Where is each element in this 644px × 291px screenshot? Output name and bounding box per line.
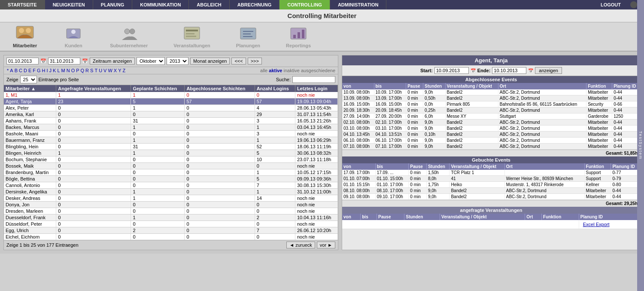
alpha-c[interactable]: C (18, 68, 23, 73)
table-row[interactable]: Dersinske, Angelika 0 1 0 1 31.10.12 11:… (4, 189, 338, 195)
status-excluded[interactable]: ausgeschiedene (301, 68, 335, 73)
alpha-d[interactable]: D (23, 68, 27, 73)
table-row[interactable]: Backes, Marcus 0 1 0 1 03.04.13 16:45h (4, 124, 338, 131)
alpha-z[interactable]: Z (122, 68, 126, 73)
search-input[interactable] (292, 76, 335, 83)
nav-startseite[interactable]: STARTSEITE (0, 0, 45, 9)
alpha-f[interactable]: F (32, 68, 36, 73)
alpha-b[interactable]: B (14, 68, 18, 73)
alpha-p[interactable]: P (76, 68, 79, 73)
cell-logins: 10 (255, 156, 295, 163)
alpha-x[interactable]: X (113, 68, 117, 73)
alpha-i[interactable]: I (46, 68, 48, 73)
alpha-w[interactable]: W (107, 68, 112, 73)
calendar-from-icon[interactable]: 📅 (40, 58, 46, 64)
next-page-btn[interactable]: vor ► (317, 242, 335, 248)
icon-nav-subunternehmer[interactable]: Subunternehmer (110, 25, 148, 48)
alpha-e[interactable]: E (28, 68, 32, 73)
col-mitarbeiter[interactable]: Mitarbeiter ▲ (4, 85, 56, 92)
table-row[interactable]: Desker, Andreas 0 1 0 14 noch nie (4, 195, 338, 202)
alpha-m[interactable]: M (61, 68, 66, 73)
cal-start-icon[interactable]: 📅 (471, 68, 476, 73)
table-row[interactable]: Blingen, Heinrich 1 1 0 5 30.06.13 08:32… (4, 150, 338, 156)
cell-last: 10.05.12 17:15h (295, 169, 337, 176)
table-row[interactable]: Agent, Tanja 23 5 57 57 19.09.13 09:04h (4, 98, 338, 105)
table-row[interactable]: Amerika, Karl 0 0 0 29 31.07.13 11:54h (4, 111, 338, 118)
icon-nav-kunden[interactable]: Kunden (63, 25, 84, 48)
nav-abrechnung[interactable]: ABRECHNUNG (230, 0, 279, 9)
show-count-select[interactable]: 25 (20, 76, 37, 83)
cal-end-icon[interactable]: 📅 (528, 68, 533, 73)
table-row[interactable]: Bossek, Maik 0 0 0 0 noch nie (4, 163, 338, 169)
alpha-y[interactable]: Y (118, 68, 122, 73)
date-to-input[interactable] (48, 58, 80, 64)
next-btn[interactable]: >>> (248, 58, 262, 64)
alpha-n[interactable]: N (66, 68, 70, 73)
month-select[interactable]: Oktober (137, 57, 165, 65)
alpha-q[interactable]: Q (80, 68, 85, 73)
kunden-icon (63, 25, 84, 42)
table-row[interactable]: Cannoli, Antonio 0 0 0 7 30.08.13 15:30h (4, 182, 338, 189)
alpha-r[interactable]: R (85, 68, 89, 73)
alpha-a[interactable]: A (9, 68, 13, 73)
alpha-g[interactable]: G (36, 68, 41, 73)
excel-export-link[interactable]: Excel Export (580, 221, 638, 228)
table-row[interactable]: Bashole, Maani 0 0 0 3 noch nie (4, 131, 338, 137)
zeitraum-btn[interactable]: Zeitraum anzeigen (90, 58, 135, 64)
table-row[interactable]: Aahans, Frank 0 31 0 3 16.05.13 21:26h (4, 118, 338, 124)
icon-nav-veranstaltungen[interactable]: Veranstaltungen (173, 25, 210, 48)
nav-kommunikation[interactable]: KOMMUNIKATION (132, 0, 189, 9)
alpha-u[interactable]: U (98, 68, 103, 73)
alpha-t[interactable]: T (94, 68, 98, 73)
table-row[interactable]: Alex, Peter 0 1 0 4 28.06.13 05:43h (4, 105, 338, 111)
alpha-k[interactable]: K (52, 68, 56, 73)
year-select[interactable]: 2013 (167, 57, 188, 65)
icon-nav-mitarbeiter[interactable]: Mitarbeiter (13, 25, 37, 48)
table-row[interactable]: Donya, Jon 0 0 0 0 noch nie (4, 202, 338, 208)
table-row[interactable]: Dresden, Marleen 0 0 0 0 noch nie (4, 208, 338, 214)
calendar-to-icon[interactable]: 📅 (82, 58, 88, 64)
gesamt-abge: Gesamt: 51,85h (342, 150, 640, 156)
cell-angefragte: 0 (56, 131, 131, 137)
status-inactive[interactable]: inaktive (284, 68, 300, 73)
table-row[interactable]: Bochum, Stephanie 0 0 0 10 23.07.13 11:1… (4, 156, 338, 163)
start-date-input[interactable] (434, 67, 469, 74)
cell-name: Cannoli, Antonio (4, 182, 56, 189)
table-row[interactable]: Düsseldorf, Peter 0 0 0 0 noch nie (4, 221, 338, 227)
nav-logout[interactable]: LOGOUT (593, 2, 629, 7)
mitarbeiter-label: Mitarbeiter (13, 43, 37, 48)
table-row[interactable]: Blingbling, Hein 0 31 0 52 18.06.13 11:1… (4, 144, 338, 150)
prev-page-btn[interactable]: ◄ zurueck (286, 242, 315, 248)
nav-neuigkeiten[interactable]: NEUIGKEITEN (45, 0, 93, 9)
alpha-star[interactable]: * (6, 68, 9, 73)
table-row[interactable]: Eichel, Eichhorn 0 0 0 0 noch nie (4, 234, 338, 240)
icon-nav-reportings[interactable]: Reportings (286, 25, 311, 48)
icon-nav-planungen[interactable]: Planungen (236, 25, 260, 48)
alpha-v[interactable]: V (103, 68, 107, 73)
cell-logins: 0 (255, 202, 295, 208)
table-row[interactable]: Bögle, Bettina 0 0 0 5 09.09.13 09:36h (4, 176, 338, 182)
table-row[interactable]: 1, M1 1 1 0 0 noch nie (4, 92, 338, 98)
alpha-h[interactable]: H (42, 68, 46, 73)
monat-btn[interactable]: Monat anzeigen (190, 58, 230, 64)
nav-administration[interactable]: ADMINISTRATION (330, 0, 387, 9)
prev-btn[interactable]: <<< (231, 58, 246, 64)
alpha-o[interactable]: O (71, 68, 76, 73)
show-btn[interactable]: anzeigen (535, 67, 562, 74)
table-row[interactable]: Brandenburg, Martin 0 0 0 1 10.05.12 17:… (4, 169, 338, 176)
alpha-s[interactable]: S (90, 68, 94, 73)
cell-logins: 0 (255, 221, 295, 227)
alpha-l[interactable]: L (57, 68, 60, 73)
table-row[interactable]: Bauermann, Franz 0 1 0 1 19.06.13 06:29h (4, 137, 338, 144)
nav-controlling[interactable]: CONTROLLING (279, 0, 330, 9)
table-row[interactable]: Egg, Ulrich 0 2 0 7 26.06.12 10:20h (4, 227, 338, 234)
reportings-label: Reportings (286, 43, 311, 48)
table-row[interactable]: Duesseldorf, Frank 0 1 0 2 10.04.13 11:1… (4, 214, 338, 221)
end-date-input[interactable] (492, 67, 526, 74)
status-all[interactable]: alle (260, 68, 267, 73)
nav-abgleich[interactable]: ABGLEICH (189, 0, 229, 9)
status-active[interactable]: aktive (269, 68, 283, 73)
date-from-input[interactable] (6, 58, 39, 64)
nav-planung[interactable]: PLANUNG (93, 0, 132, 9)
alpha-j[interactable]: J (49, 68, 52, 73)
